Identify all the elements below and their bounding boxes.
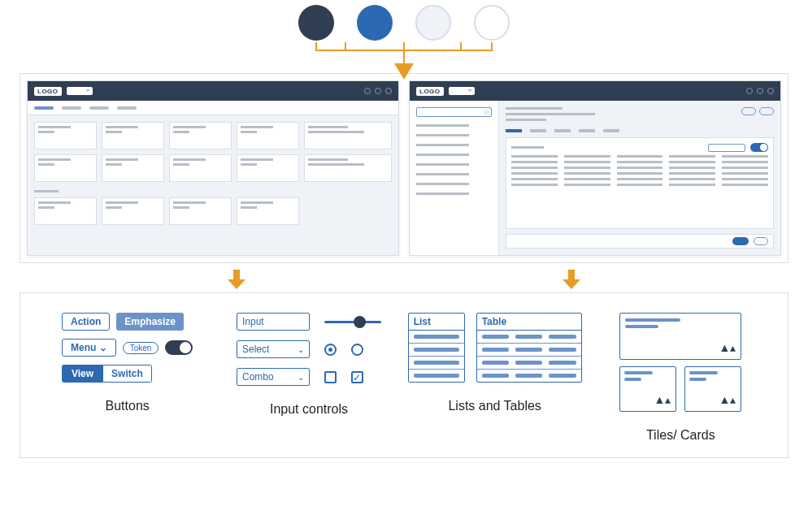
mockup-table-app: LOGO (409, 80, 781, 256)
tile-card[interactable] (237, 197, 299, 225)
emphasize-button[interactable]: Emphasize (116, 313, 184, 331)
wide-card[interactable] (304, 122, 392, 149)
section-title: Tiles/ Cards (646, 428, 715, 443)
search-input[interactable] (416, 107, 492, 117)
tab-item[interactable] (62, 106, 81, 110)
table-row[interactable] (477, 344, 581, 357)
card-large[interactable]: ▲▴ (619, 313, 741, 360)
switch-toggle[interactable] (165, 340, 193, 355)
card-small[interactable]: ▲▴ (684, 366, 741, 412)
list-item[interactable] (409, 357, 464, 370)
secondary-button[interactable] (754, 237, 768, 245)
tab-item[interactable] (530, 129, 546, 132)
segment-view[interactable]: View (62, 365, 103, 383)
toggle-switch[interactable] (750, 143, 768, 152)
detail-area (499, 101, 780, 255)
header-actions[interactable] (746, 88, 774, 94)
checkbox-checked[interactable]: ✓ (351, 371, 363, 383)
chevron-down-icon: ⌄ (298, 345, 304, 354)
menu-button[interactable]: Menu (62, 339, 116, 357)
tile-card[interactable] (169, 197, 232, 225)
object-header (506, 107, 595, 124)
tab-item[interactable] (554, 129, 571, 132)
list-item[interactable] (409, 331, 464, 344)
select-label: Select (242, 344, 269, 355)
group-label (34, 190, 59, 192)
section-title: Input controls (270, 402, 348, 417)
table-component: Table (476, 313, 582, 383)
list-item[interactable] (416, 154, 469, 156)
list-item[interactable] (416, 144, 469, 146)
text-input[interactable]: Input (237, 313, 310, 331)
tab-item[interactable] (603, 129, 619, 132)
section-title: Buttons (106, 399, 150, 413)
tab-item[interactable] (34, 106, 54, 110)
table-row[interactable] (477, 357, 581, 370)
anchor-tabs (506, 129, 774, 132)
wide-card[interactable] (304, 154, 392, 182)
input-label: Input (242, 316, 264, 327)
swatch-white (474, 5, 510, 41)
list-item[interactable] (416, 124, 469, 127)
tab-item[interactable] (506, 129, 522, 132)
tile-card[interactable] (237, 154, 299, 182)
list-item[interactable] (409, 370, 464, 382)
tab-item[interactable] (579, 129, 595, 132)
logo-badge: LOGO (416, 87, 444, 96)
tile-card[interactable] (169, 122, 232, 149)
image-icon: ▲▴ (719, 341, 736, 354)
arrow-down-icon (563, 270, 580, 289)
action-button[interactable] (759, 107, 774, 115)
tile-card[interactable] (169, 154, 232, 182)
color-palette (0, 0, 808, 41)
checkbox-unchecked[interactable] (324, 371, 337, 383)
action-button[interactable] (741, 107, 756, 115)
list-header: List (409, 314, 464, 331)
image-icon: ▲▴ (654, 393, 671, 406)
tile-card[interactable] (102, 197, 164, 225)
tile-card[interactable] (34, 154, 97, 182)
svg-marker-4 (563, 279, 580, 289)
table-title (511, 146, 544, 149)
table-row[interactable] (477, 331, 581, 344)
list-item[interactable] (416, 183, 469, 185)
card-small[interactable]: ▲▴ (619, 366, 676, 412)
tile-card[interactable] (237, 122, 299, 149)
tile-card[interactable] (34, 122, 97, 149)
select-input[interactable]: Select ⌄ (237, 340, 310, 358)
list-item[interactable] (416, 163, 469, 166)
segment-switch[interactable]: Switch (103, 365, 152, 383)
segmented-button[interactable]: View Switch (62, 365, 152, 383)
token-chip[interactable]: Token (123, 342, 159, 354)
slider[interactable] (324, 321, 381, 323)
tab-bar (28, 101, 398, 115)
list-item[interactable] (416, 192, 469, 195)
logo-badge: LOGO (34, 87, 62, 96)
chevron-down-icon: ⌄ (298, 373, 304, 382)
table-search-input[interactable] (708, 144, 745, 152)
tab-item[interactable] (117, 106, 137, 110)
tile-card[interactable] (102, 154, 164, 182)
header-dropdown[interactable] (67, 87, 93, 95)
combo-input[interactable]: Combo ⌄ (237, 368, 310, 386)
arrow-down-icon (228, 270, 245, 289)
tab-item[interactable] (89, 106, 109, 110)
app-header: LOGO (410, 81, 780, 101)
tile-card[interactable] (34, 197, 97, 225)
list-item[interactable] (416, 173, 469, 175)
table-row[interactable] (477, 370, 581, 382)
svg-marker-2 (228, 279, 245, 289)
list-item[interactable] (416, 134, 469, 136)
tile-card[interactable] (102, 122, 164, 149)
radio-selected[interactable] (324, 344, 337, 356)
header-dropdown[interactable] (449, 87, 475, 95)
header-actions[interactable] (364, 88, 392, 94)
footer-bar (506, 234, 774, 249)
mockups-panel: LOGO (20, 73, 788, 263)
swatch-pale (415, 5, 451, 41)
radio-unselected[interactable] (351, 344, 363, 356)
list-item[interactable] (409, 344, 464, 357)
primary-button[interactable] (732, 237, 749, 245)
tiles-group: ▲▴ ▲▴ ▲▴ Tiles/ Cards (598, 313, 763, 443)
action-button[interactable]: Action (62, 313, 110, 331)
